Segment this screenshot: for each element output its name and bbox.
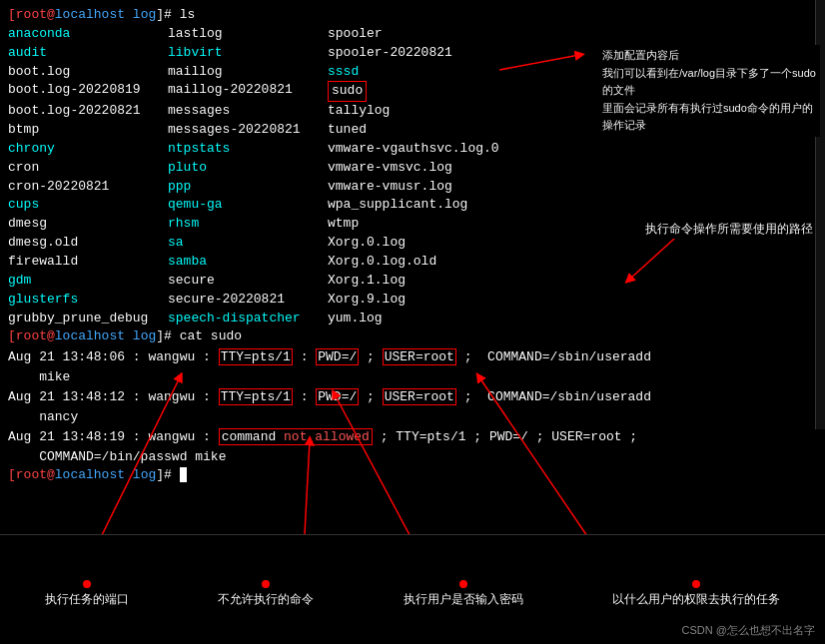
ann-user: 以什么用户的权限去执行的任务 xyxy=(612,580,780,607)
final-prompt[interactable]: [root@localhost log]# xyxy=(8,466,817,485)
ann-label-user: 以什么用户的权限去执行的任务 xyxy=(612,592,780,607)
watermark: CSDN @怎么也想不出名字 xyxy=(682,623,815,638)
ann-pwd: 执行用户是否输入密码 xyxy=(404,580,523,607)
top-right-annotation: 添加配置内容后 我们可以看到在/var/log目录下多了一个sudo的文件 里面… xyxy=(600,45,820,137)
ann-label-pwd: 执行用户是否输入密码 xyxy=(404,592,523,607)
right-middle-annotation: 执行命令操作所需要使用的路径 xyxy=(643,220,815,239)
ann-dot-4 xyxy=(692,580,700,588)
sudo-line-2: Aug 21 13:48:12 : wangwu : TTY=pts/1 : P… xyxy=(8,387,817,426)
ann-notallowed: 不允许执行的命令 xyxy=(218,580,314,607)
sudo-line-3: Aug 21 13:48:19 : wangwu : command not a… xyxy=(8,427,817,466)
ann-dot-3 xyxy=(459,580,467,588)
ann-tty: 执行任务的端口 xyxy=(45,580,129,607)
sudo-line-1: Aug 21 13:48:06 : wangwu : TTY=pts/1 : P… xyxy=(8,347,817,386)
ann-dot-1 xyxy=(83,580,91,588)
ann-label-notallowed: 不允许执行的命令 xyxy=(218,592,314,607)
cat-command: [root@localhost log]# cat sudo xyxy=(8,327,817,346)
terminal-content: [root@localhost log]# ls xyxy=(8,6,817,25)
ann-dot-2 xyxy=(262,580,270,588)
ann-label-tty: 执行任务的端口 xyxy=(45,592,129,607)
